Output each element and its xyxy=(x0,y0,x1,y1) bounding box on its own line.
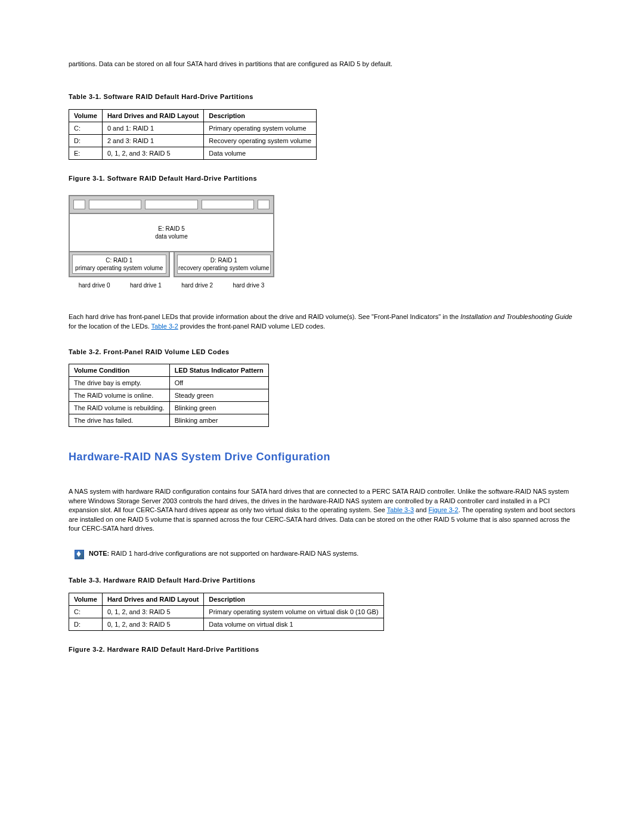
table-3-1: Volume Hard Drives and RAID Layout Descr… xyxy=(69,109,317,160)
figure-3-1-diagram: E: RAID 5 data volume C: RAID 1 primary … xyxy=(69,195,274,289)
table-row: E: 0, 1, 2, and 3: RAID 5 Data volume xyxy=(69,147,317,159)
drive-label: hard drive 2 xyxy=(172,282,223,289)
figure-3-1-caption: Figure 3-1. Software RAID Default Hard-D… xyxy=(69,174,575,183)
table-header: Hard Drives and RAID Layout xyxy=(102,109,203,122)
intro-paragraph: partitions. Data can be stored on all fo… xyxy=(69,60,575,69)
drive-label: hard drive 3 xyxy=(223,282,274,289)
table-3-1-caption: Table 3-1. Software RAID Default Hard-Dr… xyxy=(69,92,575,101)
link-figure-3-2[interactable]: Figure 3-2 xyxy=(429,506,459,513)
note-label: NOTE: xyxy=(89,550,109,557)
link-table-3-2[interactable]: Table 3-2 xyxy=(151,323,178,330)
table-3-3-caption: Table 3-3. Hardware RAID Default Hard-Dr… xyxy=(69,576,575,585)
diagram-d-label2: recovery operating system volume xyxy=(178,265,269,271)
diagram-e-label2: data volume xyxy=(155,233,187,240)
table-header: Volume xyxy=(69,109,103,122)
table-3-2: Volume Condition LED Status Indicator Pa… xyxy=(69,364,269,427)
table-row: The RAID volume is rebuilding. Blinking … xyxy=(69,402,269,414)
table-row: The drive bay is empty. Off xyxy=(69,377,269,389)
note-icon xyxy=(75,550,84,559)
table-3-2-caption: Table 3-2. Front-Panel RAID Volume LED C… xyxy=(69,348,575,357)
table-header: Volume xyxy=(69,593,103,605)
note-block: NOTE: RAID 1 hard-drive configurations a… xyxy=(75,550,575,559)
table-header: LED Status Indicator Pattern xyxy=(169,364,268,377)
note-text: RAID 1 hard-drive configurations are not… xyxy=(109,550,358,557)
diagram-e-label1: E: RAID 5 xyxy=(158,225,184,232)
drive-label: hard drive 0 xyxy=(69,282,120,289)
table-header: Description xyxy=(204,593,383,605)
table-row: D: 2 and 3: RAID 1 Recovery operating sy… xyxy=(69,134,317,147)
table-row: C: 0 and 1: RAID 1 Primary operating sys… xyxy=(69,122,317,134)
table-header: Description xyxy=(204,109,317,122)
table-row: C: 0, 1, 2, and 3: RAID 5 Primary operat… xyxy=(69,605,384,618)
table-row: The RAID volume is online. Steady green xyxy=(69,389,269,402)
table-header: Volume Condition xyxy=(69,364,170,377)
table-3-3: Volume Hard Drives and RAID Layout Descr… xyxy=(69,593,384,631)
diagram-c-label2: primary operating system volume xyxy=(75,265,163,271)
table-row: The drive has failed. Blinking amber xyxy=(69,414,269,427)
led-paragraph: Each hard drive has front-panel LEDs tha… xyxy=(69,312,575,331)
hardware-raid-paragraph: A NAS system with hardware RAID configur… xyxy=(69,487,575,533)
table-row: D: 0, 1, 2, and 3: RAID 5 Data volume on… xyxy=(69,618,384,630)
section-heading-hardware-raid: Hardware-RAID NAS System Drive Configura… xyxy=(69,451,575,463)
drive-label: hard drive 1 xyxy=(120,282,171,289)
figure-3-2-caption: Figure 3-2. Hardware RAID Default Hard-D… xyxy=(69,645,575,654)
link-table-3-3[interactable]: Table 3-3 xyxy=(387,506,414,513)
diagram-d-label1: D: RAID 1 xyxy=(210,257,237,264)
table-header: Hard Drives and RAID Layout xyxy=(102,593,203,605)
diagram-c-label1: C: RAID 1 xyxy=(106,257,132,264)
